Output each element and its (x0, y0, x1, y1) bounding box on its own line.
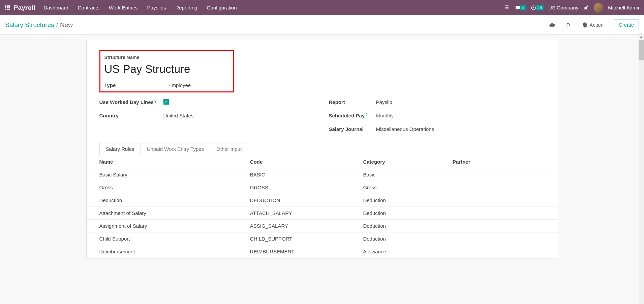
tab-salary-rules[interactable]: Salary Rules (99, 143, 141, 155)
help-icon[interactable]: ? (154, 99, 157, 103)
cell-partner (440, 207, 558, 220)
cell-name: Gross (87, 181, 237, 194)
scrollbar-thumb[interactable] (639, 40, 644, 60)
tools-icon[interactable] (583, 5, 589, 11)
action-dropdown[interactable]: Action (581, 22, 604, 28)
table-row[interactable]: GrossGROSSGross (87, 181, 558, 194)
salary-journal-label: Salary Journal (329, 126, 376, 132)
breadcrumb-current: New (60, 21, 73, 29)
help-icon[interactable]: ? (365, 113, 368, 117)
tab-border (87, 155, 558, 155)
username[interactable]: Mitchell Admin (608, 5, 641, 10)
worked-lines-label: Use Worked Day Lines? (99, 99, 163, 105)
table-row[interactable]: Assignment of SalaryASSIG_SALARYDeductio… (87, 220, 558, 232)
type-value[interactable]: Employee (168, 82, 191, 88)
th-name[interactable]: Name (87, 156, 237, 168)
menu-work-entries[interactable]: Work Entries (109, 5, 138, 10)
discard-icon[interactable] (565, 22, 571, 28)
type-label: Type (104, 82, 168, 88)
country-label: Country (99, 113, 163, 118)
tab-unpaid-work[interactable]: Unpaid Work Entry Types (141, 143, 211, 155)
vertical-scrollbar[interactable] (639, 35, 644, 304)
cloud-save-icon[interactable] (549, 22, 555, 28)
topbar: Payroll Dashboard Contracts Work Entries… (0, 0, 644, 15)
table-header-row: Name Code Category Partner (87, 156, 558, 168)
table-row[interactable]: DeductionDEDUCTIONDeduction (87, 194, 558, 207)
table-row[interactable]: ReimbursementREIMBURSEMENTAllowance (87, 245, 558, 258)
tabs: Salary Rules Unpaid Work Entry Types Oth… (99, 143, 545, 155)
menu-reporting[interactable]: Reporting (175, 5, 197, 10)
clock-badge: 45 (536, 5, 544, 10)
table-row[interactable]: Basic SalaryBASICBasic (87, 168, 558, 181)
cell-name: Attachment of Salary (87, 207, 237, 220)
menu-contracts[interactable]: Contracts (78, 5, 99, 10)
scheduled-pay-value: Monthly (376, 113, 394, 118)
cell-category: Deduction (350, 194, 440, 207)
report-label: Report (329, 99, 376, 105)
cell-code: REIMBURSEMENT (237, 245, 350, 258)
cell-partner (440, 245, 558, 258)
form-col-left: Use Worked Day Lines? Country United Sta… (99, 95, 322, 136)
breadcrumb-sep: / (56, 21, 58, 29)
form-sheet: Structure Name US Pay Structure Type Emp… (86, 40, 558, 258)
cell-name: Reimbursement (87, 245, 237, 258)
cell-code: BASIC (237, 168, 350, 181)
country-value[interactable]: United States (163, 113, 194, 118)
cell-category: Basic (350, 168, 440, 181)
cell-category: Gross (350, 181, 440, 194)
cell-category: Allowance (350, 245, 440, 258)
menu-dashboard[interactable]: Dashboard (43, 5, 68, 10)
salary-rules-table: Name Code Category Partner Basic SalaryB… (87, 156, 558, 258)
th-code[interactable]: Code (237, 156, 350, 168)
structure-name-value[interactable]: US Pay Structure (104, 63, 229, 76)
highlight-box: Structure Name US Pay Structure Type Emp… (99, 50, 234, 92)
salary-journal-value[interactable]: Miscellaneous Operations (376, 126, 434, 132)
clock-indicator[interactable]: 45 (530, 5, 544, 11)
cell-name: Deduction (87, 194, 237, 207)
chat-indicator[interactable]: 4 (515, 5, 526, 11)
report-value[interactable]: Payslip (376, 99, 392, 105)
chat-badge: 4 (520, 5, 526, 10)
top-menu: Dashboard Contracts Work Entries Payslip… (43, 5, 237, 10)
brand[interactable]: Payroll (14, 4, 35, 11)
cell-partner (440, 181, 558, 194)
create-button[interactable]: Create (614, 20, 639, 30)
cell-code: GROSS (237, 181, 350, 194)
cell-code: CHILD_SUPPORT (237, 232, 350, 245)
avatar[interactable] (594, 3, 603, 12)
cell-partner (440, 232, 558, 245)
cell-name: Assignment of Salary (87, 220, 237, 232)
action-label: Action (589, 22, 604, 28)
breadcrumb-root[interactable]: Salary Structures (5, 21, 54, 29)
cell-code: ATTACH_SALARY (237, 207, 350, 220)
menu-payslips[interactable]: Payslips (147, 5, 166, 10)
worked-lines-checkbox[interactable] (163, 99, 169, 105)
cell-partner (440, 194, 558, 207)
scroll-up-icon[interactable] (639, 35, 644, 40)
tab-other-input[interactable]: Other Input (210, 143, 248, 155)
th-partner[interactable]: Partner (440, 156, 558, 168)
cell-partner (440, 220, 558, 232)
content-area: Structure Name US Pay Structure Type Emp… (0, 35, 644, 304)
menu-configuration[interactable]: Configuration (207, 5, 237, 10)
cell-category: Deduction (350, 207, 440, 220)
breadcrumb-row: Salary Structures / New Action Create (0, 15, 644, 35)
breadcrumb-actions: Action Create (549, 20, 639, 30)
scheduled-pay-label: Scheduled Pay? (329, 113, 376, 118)
table-row[interactable]: Attachment of SalaryATTACH_SALARYDeducti… (87, 207, 558, 220)
form-col-right: Report Payslip Scheduled Pay? Monthly Sa… (322, 95, 545, 136)
structure-name-label: Structure Name (104, 55, 229, 60)
cell-name: Child Support (87, 232, 237, 245)
cell-code: ASSIG_SALARY (237, 220, 350, 232)
cell-category: Deduction (350, 220, 440, 232)
topbar-right: 4 45 US Company Mitchell Admin (504, 3, 641, 12)
table-row[interactable]: Child SupportCHILD_SUPPORTDeduction (87, 232, 558, 245)
th-category[interactable]: Category (350, 156, 440, 168)
company-selector[interactable]: US Company (548, 5, 578, 10)
cell-name: Basic Salary (87, 168, 237, 181)
cell-code: DEDUCTION (237, 194, 350, 207)
apps-icon[interactable] (5, 5, 10, 10)
form-columns: Use Worked Day Lines? Country United Sta… (99, 95, 545, 136)
gear-icon (581, 22, 587, 28)
phone-icon[interactable] (504, 5, 510, 11)
